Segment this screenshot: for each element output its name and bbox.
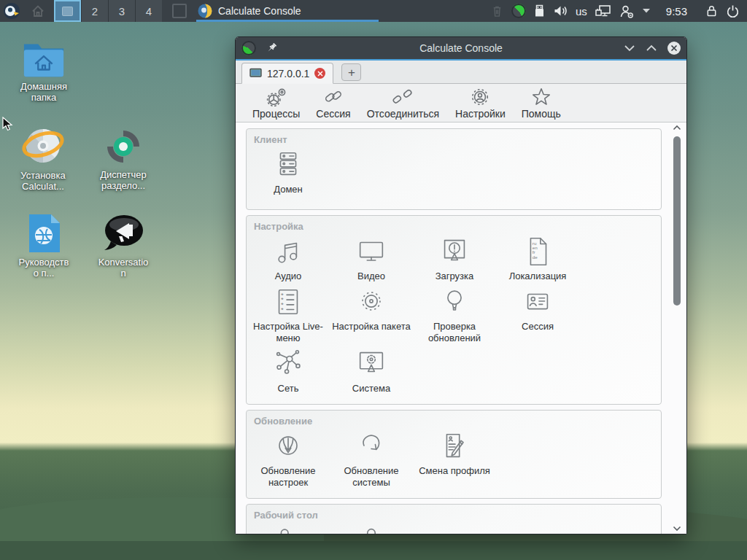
desktop-icon-handbook[interactable]: Руководств о п... [9, 212, 79, 279]
window-title: Calculate Console [236, 42, 686, 54]
power-icon[interactable] [726, 4, 740, 18]
audio-notes-icon [271, 235, 305, 268]
handbook-document-icon [9, 212, 79, 254]
action-update-system[interactable]: Обновление системы [330, 429, 413, 489]
toolbar-button-disconnect[interactable]: Отсоединиться [359, 85, 447, 121]
desktop-icon-label: Диспетчер раздело... [88, 169, 158, 191]
update-system-arrow-icon [355, 429, 388, 463]
tab-127-0-0-1[interactable]: 127.0.0.1 [241, 63, 333, 84]
desktop-icon-label: Установка Calculat... [8, 170, 78, 192]
action-network[interactable]: Сеть [247, 347, 330, 394]
top-panel: 2 3 4 Calculate Console [0, 0, 747, 22]
action-live-menu[interactable]: * * * * Настройка Live- меню [247, 285, 330, 344]
tray-expander-caret-icon[interactable] [642, 8, 651, 14]
action-update-settings[interactable]: Обновление настроек [247, 429, 330, 489]
scroll-down-icon[interactable] [673, 526, 681, 532]
package-setup-icon [355, 285, 388, 319]
wallpaper-foreground [0, 541, 747, 560]
network-nodes-icon [271, 347, 305, 381]
section-update: Обновление Обновление настроек [246, 410, 662, 499]
minimize-button[interactable] [624, 44, 635, 52]
tab-close-icon [318, 71, 322, 76]
calculate-launcher-icon[interactable] [3, 2, 20, 20]
toolbar: Процессы Сессия Отсоединиться [236, 84, 686, 122]
action-package-setup[interactable]: Настройка пакета [330, 285, 413, 344]
help-star-icon [530, 87, 552, 107]
desktop-icon-label: Konversatio n [88, 257, 158, 279]
volume-icon[interactable] [553, 4, 568, 18]
calculate-console-window: Calculate Console 127.0.0.1 [235, 36, 687, 534]
toolbar-button-session[interactable]: Сессия [308, 85, 358, 121]
tab-label: 127.0.0.1 [267, 68, 309, 79]
svg-text:*: * [281, 306, 284, 314]
desktop-icon-konversation[interactable]: Konversatio n [88, 212, 158, 279]
action-system[interactable]: Система [330, 347, 413, 394]
action-audio[interactable]: Аудио [247, 235, 330, 282]
user-setup-icon [355, 524, 388, 534]
trash-icon[interactable] [491, 4, 503, 18]
scroll-up-icon[interactable] [673, 125, 681, 131]
section-title: Рабочий стол [254, 510, 661, 521]
taskbar-entry-calculate-console[interactable]: Calculate Console [196, 0, 379, 22]
logout-user-power-icon [271, 524, 305, 534]
close-button[interactable] [667, 42, 681, 55]
lock-icon[interactable] [705, 4, 718, 18]
keyboard-layout-indicator[interactable]: us [576, 5, 587, 18]
desktop-icon-label: Руководств о п... [9, 257, 79, 279]
action-change-profile[interactable]: Смена профиля [413, 429, 496, 489]
system-monitor-gear-icon [355, 347, 388, 381]
action-check-updates[interactable]: Проверка обновлений [413, 285, 496, 344]
maximize-button[interactable] [646, 44, 657, 52]
removable-device-icon[interactable] [534, 4, 545, 18]
processes-gears-icon [266, 87, 287, 107]
display-network-icon[interactable] [595, 4, 611, 18]
domain-server-icon [271, 148, 305, 182]
task-app-icon [198, 4, 212, 18]
svg-text:de: de [533, 254, 538, 260]
section-title: Настройка [254, 221, 661, 232]
check-updates-icon [438, 285, 471, 319]
home-folder-icon [9, 36, 79, 79]
tab-close-button[interactable] [314, 68, 325, 79]
scrollbar-thumb[interactable] [673, 136, 681, 306]
monitor-thumbnail-icon [249, 68, 262, 79]
scrollbar[interactable] [671, 125, 683, 532]
workspace-4[interactable]: 4 [135, 0, 162, 22]
action-session[interactable]: Сессия [496, 285, 579, 344]
video-monitor-icon [355, 235, 388, 268]
toolbar-button-settings[interactable]: Настройки [447, 85, 514, 121]
action-boot[interactable]: Загрузка [413, 235, 496, 282]
workspace-pager: 2 3 4 [54, 0, 162, 22]
calculate-update-icon[interactable] [511, 4, 526, 18]
user-status-icon[interactable] [619, 4, 634, 18]
action-video[interactable]: Видео [330, 235, 413, 282]
console-content: Клиент Домен Настройка [236, 122, 686, 534]
action-domain[interactable]: Домен [247, 148, 330, 195]
desktop: Домашняя папка Установка Calculat... Дис [0, 0, 747, 560]
system-tray: us 9:53 [491, 4, 740, 18]
workspace-1[interactable] [54, 0, 81, 22]
section-title: Клиент [254, 134, 661, 145]
show-desktop-icon[interactable] [172, 4, 187, 18]
action-localization[interactable]: ru en fr de Локализация [496, 235, 579, 282]
action-logout[interactable]: Завершение сеанса [247, 524, 330, 534]
update-settings-icon [271, 429, 305, 463]
tab-bar: 127.0.0.1 + [236, 61, 686, 84]
action-user-setup[interactable]: Настройка пользователя [330, 524, 413, 534]
toolbar-button-help[interactable]: Помощь [514, 85, 569, 121]
workspace-2[interactable]: 2 [81, 0, 108, 22]
desktop-icon-label: Домашняя папка [9, 81, 79, 103]
home-icon[interactable] [31, 4, 45, 18]
window-titlebar[interactable]: Calculate Console [236, 37, 686, 59]
toolbar-button-processes[interactable]: Процессы [244, 85, 308, 121]
workspace-3[interactable]: 3 [108, 0, 135, 22]
desktop-icon-install-calculate[interactable]: Установка Calculat... [8, 124, 78, 192]
desktop-icon-partition-manager[interactable]: Диспетчер раздело... [88, 126, 158, 191]
desktop-icon-home-folder[interactable]: Домашняя папка [9, 36, 79, 103]
workspace-window-ghost [62, 7, 73, 16]
session-chain-icon [322, 87, 344, 107]
new-tab-button[interactable]: + [341, 63, 361, 81]
calculate-install-cd-icon [8, 124, 78, 168]
clock[interactable]: 9:53 [666, 5, 687, 18]
session-card-icon [521, 285, 554, 319]
